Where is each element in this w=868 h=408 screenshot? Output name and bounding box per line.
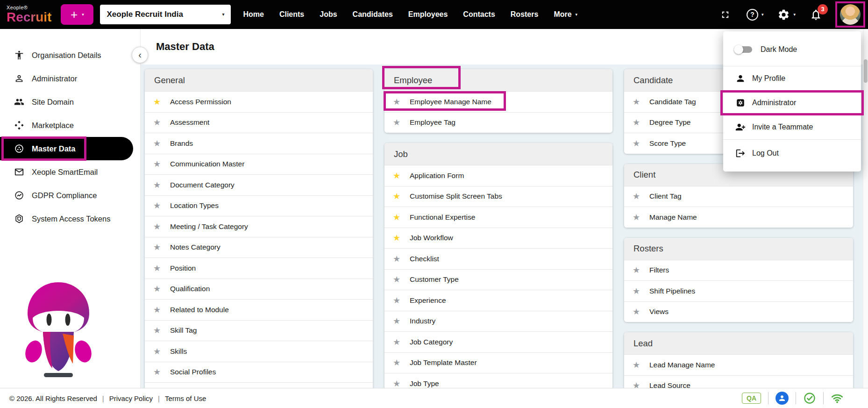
star-icon[interactable]: ★ [633,138,645,149]
master-data-item-filters[interactable]: ★Filters [624,260,853,281]
master-data-item-assessment[interactable]: ★Assessment [145,112,373,133]
sidebar-item-administrator[interactable]: Administrator [0,67,140,90]
star-icon[interactable]: ★ [153,305,165,315]
star-icon[interactable]: ★ [153,367,165,377]
menu-item-my-profile[interactable]: My Profile [723,66,861,91]
star-icon[interactable]: ★ [153,325,165,336]
star-icon[interactable]: ★ [393,379,405,388]
star-icon[interactable]: ★ [153,97,165,107]
star-icon[interactable]: ★ [153,242,165,252]
sidebar-item-master-data[interactable]: Master Data [0,137,140,160]
master-data-item-skill-tag[interactable]: ★Skill Tag [145,320,373,341]
star-icon[interactable]: ★ [153,284,165,294]
star-icon[interactable]: ★ [633,286,645,296]
menu-item-administrator[interactable]: Administrator [723,91,861,115]
master-data-item-employee-manage-name[interactable]: ★Employee Manage Name [384,91,612,112]
footer-link-privacy-policy[interactable]: Privacy Policy [109,394,153,402]
nav-item-rosters[interactable]: Rosters [511,10,539,19]
master-data-item-job-workflow[interactable]: ★Job Workflow [384,228,612,249]
nav-item-jobs[interactable]: Jobs [320,10,337,19]
master-data-item-social-profiles[interactable]: ★Social Profiles [145,362,373,383]
master-data-item-access-permission[interactable]: ★Access Permission [145,91,373,112]
user-avatar[interactable] [840,4,861,25]
star-icon[interactable]: ★ [633,380,645,388]
master-data-item-location-types[interactable]: ★Location Types [145,195,373,216]
master-data-item-related-to-module[interactable]: ★Related to Module [145,299,373,320]
app-logo[interactable]: Xeople® Recruit [7,5,51,24]
quick-add-button[interactable]: + ▾ [61,4,93,25]
master-data-item-lead-source[interactable]: ★Lead Source [624,375,853,388]
nav-item-clients[interactable]: Clients [279,10,304,19]
master-data-item[interactable]: ★ [145,382,373,388]
fullscreen-icon[interactable] [720,9,731,20]
master-data-item-qualification[interactable]: ★Qualification [145,279,373,300]
star-icon[interactable]: ★ [393,337,405,347]
master-data-item-meeting-task-category[interactable]: ★Meeting / Task Category [145,216,373,237]
master-data-item-document-category[interactable]: ★Document Category [145,174,373,195]
star-icon[interactable]: ★ [393,191,405,201]
master-data-item-application-form[interactable]: ★Application Form [384,165,612,186]
star-icon[interactable]: ★ [153,200,165,211]
master-data-item-notes-category[interactable]: ★Notes Category [145,237,373,258]
star-icon[interactable]: ★ [393,212,405,222]
master-data-item-customer-type[interactable]: ★Customer Type [384,269,612,290]
nav-item-candidates[interactable]: Candidates [353,10,393,19]
menu-item-log-out[interactable]: Log Out [723,140,861,167]
star-icon[interactable]: ★ [153,263,165,273]
master-data-item-functional-expertise[interactable]: ★Functional Expertise [384,207,612,228]
nav-item-employees[interactable]: Employees [408,10,448,19]
star-icon[interactable]: ★ [393,358,405,368]
star-icon[interactable]: ★ [393,171,405,181]
star-icon[interactable]: ★ [393,254,405,264]
master-data-item-client-tag[interactable]: ★Client Tag [624,186,853,207]
sidebar-item-xeople-smartemail[interactable]: Xeople SmartEmail [0,160,140,184]
star-icon[interactable]: ★ [633,265,645,275]
master-data-item-employee-tag[interactable]: ★Employee Tag [384,112,612,133]
organisation-selector[interactable]: Xeople Recruit India ▾ [100,5,231,24]
star-icon[interactable]: ★ [153,117,165,128]
star-icon[interactable]: ★ [633,117,645,128]
star-icon[interactable]: ★ [393,117,405,128]
notifications-bell-icon[interactable]: 3 [810,8,822,21]
nav-item-more[interactable]: More ▾ [554,10,577,19]
star-icon[interactable]: ★ [393,316,405,326]
master-data-item-skills[interactable]: ★Skills [145,341,373,362]
nav-item-home[interactable]: Home [243,10,263,19]
master-data-item-job-type[interactable]: ★Job Type [384,373,612,388]
star-icon[interactable]: ★ [633,360,645,370]
dark-mode-toggle[interactable] [735,46,752,53]
star-icon[interactable]: ★ [633,212,645,222]
star-icon[interactable]: ★ [153,159,165,169]
master-data-item-experience[interactable]: ★Experience [384,290,612,311]
sidebar-collapse-button[interactable]: ‹ [132,47,148,63]
settings-gear-icon[interactable]: ▾ [777,8,796,21]
sidebar-item-gdpr-compliance[interactable]: GDPR Compliance [0,184,140,207]
star-icon[interactable]: ★ [393,274,405,285]
sidebar-item-marketplace[interactable]: Marketplace [0,114,140,137]
master-data-item-manage-name[interactable]: ★Manage Name [624,207,853,228]
scrollbar-thumb[interactable] [864,59,868,83]
star-icon[interactable]: ★ [393,295,405,306]
sidebar-item-system-access-tokens[interactable]: System Access Tokens [0,207,140,230]
master-data-item-job-category[interactable]: ★Job Category [384,331,612,352]
master-data-item-job-template-master[interactable]: ★Job Template Master [384,352,612,373]
sidebar-item-site-domain[interactable]: Site Domain [0,90,140,114]
star-icon[interactable]: ★ [633,191,645,201]
star-icon[interactable]: ★ [153,346,165,357]
star-icon[interactable]: ★ [393,233,405,243]
master-data-item-views[interactable]: ★Views [624,301,853,322]
master-data-item-industry[interactable]: ★Industry [384,311,612,332]
master-data-item-checklist[interactable]: ★Checklist [384,248,612,269]
help-icon[interactable]: ? ▾ [747,9,764,21]
sidebar-item-organisation-details[interactable]: Organisation Details [0,43,140,67]
footer-link-terms-of-use[interactable]: Terms of Use [165,394,206,402]
menu-item-invite-a-teammate[interactable]: Invite a Teammate [723,115,861,139]
master-data-item-communication-master[interactable]: ★Communication Master [145,154,373,175]
nav-item-contacts[interactable]: Contacts [463,10,495,19]
master-data-item-shift-pipelines[interactable]: ★Shift Pipelines [624,280,853,301]
master-data-item-brands[interactable]: ★Brands [145,133,373,154]
master-data-item-lead-manage-name[interactable]: ★Lead Manage Name [624,354,853,375]
star-icon[interactable]: ★ [393,97,405,107]
star-icon[interactable]: ★ [633,97,645,107]
star-icon[interactable]: ★ [633,307,645,317]
